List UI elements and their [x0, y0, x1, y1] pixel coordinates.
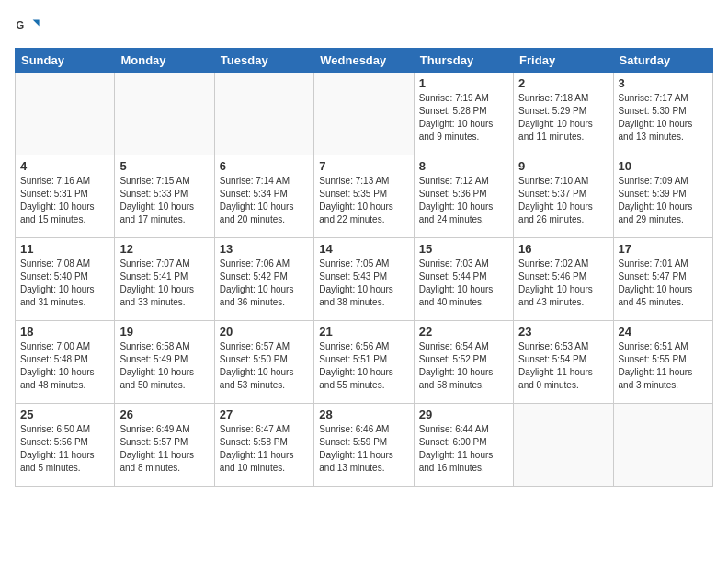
day-number: 14	[319, 242, 408, 256]
day-number: 27	[220, 408, 309, 421]
calendar-cell: 4Sunrise: 7:16 AMSunset: 5:31 PMDaylight…	[16, 155, 115, 238]
week-row-3: 11Sunrise: 7:08 AMSunset: 5:40 PMDayligh…	[16, 238, 713, 321]
day-number: 25	[20, 408, 109, 421]
day-info: Sunrise: 6:56 AMSunset: 5:51 PMDaylight:…	[319, 340, 408, 392]
day-number: 29	[419, 408, 508, 421]
calendar-cell: 28Sunrise: 6:46 AMSunset: 5:59 PMDayligh…	[314, 404, 414, 487]
day-info: Sunrise: 7:18 AMSunset: 5:29 PMDaylight:…	[518, 92, 608, 144]
day-number: 5	[119, 159, 209, 173]
calendar-cell: 1Sunrise: 7:19 AMSunset: 5:28 PMDaylight…	[414, 73, 513, 155]
day-number: 1	[419, 76, 508, 90]
calendar-cell	[514, 404, 613, 487]
day-number: 2	[518, 76, 608, 90]
week-row-4: 18Sunrise: 7:00 AMSunset: 5:48 PMDayligh…	[16, 321, 713, 404]
day-info: Sunrise: 6:44 AMSunset: 6:00 PMDaylight:…	[419, 423, 508, 475]
weekday-header-tuesday: Tuesday	[214, 49, 313, 73]
day-info: Sunrise: 7:03 AMSunset: 5:44 PMDaylight:…	[419, 258, 508, 309]
day-number: 8	[419, 159, 508, 173]
day-number: 22	[419, 325, 508, 339]
calendar-cell	[16, 73, 115, 155]
logo: G	[15, 15, 44, 40]
day-info: Sunrise: 6:53 AMSunset: 5:54 PMDaylight:…	[518, 340, 608, 392]
day-number: 7	[319, 159, 408, 173]
day-info: Sunrise: 7:02 AMSunset: 5:46 PMDaylight:…	[518, 258, 608, 309]
day-info: Sunrise: 7:10 AMSunset: 5:37 PMDaylight:…	[518, 175, 608, 226]
day-info: Sunrise: 7:01 AMSunset: 5:47 PMDaylight:…	[619, 258, 708, 309]
day-info: Sunrise: 6:46 AMSunset: 5:59 PMDaylight:…	[319, 423, 408, 475]
calendar-cell: 19Sunrise: 6:58 AMSunset: 5:49 PMDayligh…	[115, 321, 214, 404]
day-number: 3	[619, 76, 708, 90]
weekday-header-saturday: Saturday	[613, 49, 712, 73]
day-info: Sunrise: 6:50 AMSunset: 5:56 PMDaylight:…	[20, 423, 109, 475]
day-number: 9	[518, 159, 608, 173]
day-number: 21	[319, 325, 408, 339]
calendar-cell: 26Sunrise: 6:49 AMSunset: 5:57 PMDayligh…	[115, 404, 214, 487]
calendar-cell: 12Sunrise: 7:07 AMSunset: 5:41 PMDayligh…	[115, 238, 214, 321]
day-number: 28	[319, 408, 408, 421]
day-number: 13	[220, 242, 309, 256]
day-info: Sunrise: 7:05 AMSunset: 5:43 PMDaylight:…	[319, 258, 408, 309]
day-number: 12	[119, 242, 209, 256]
calendar-cell: 9Sunrise: 7:10 AMSunset: 5:37 PMDaylight…	[514, 155, 613, 238]
day-number: 17	[619, 242, 708, 256]
weekday-header-thursday: Thursday	[414, 49, 513, 73]
weekday-header-wednesday: Wednesday	[314, 49, 414, 73]
day-number: 4	[20, 159, 109, 173]
week-row-5: 25Sunrise: 6:50 AMSunset: 5:56 PMDayligh…	[16, 404, 713, 487]
calendar-cell: 29Sunrise: 6:44 AMSunset: 6:00 PMDayligh…	[414, 404, 513, 487]
day-info: Sunrise: 7:06 AMSunset: 5:42 PMDaylight:…	[220, 258, 309, 309]
week-row-2: 4Sunrise: 7:16 AMSunset: 5:31 PMDaylight…	[16, 155, 713, 238]
calendar-cell: 14Sunrise: 7:05 AMSunset: 5:43 PMDayligh…	[314, 238, 414, 321]
week-row-1: 1Sunrise: 7:19 AMSunset: 5:28 PMDaylight…	[16, 73, 713, 155]
day-info: Sunrise: 6:54 AMSunset: 5:52 PMDaylight:…	[419, 340, 508, 392]
calendar-cell: 25Sunrise: 6:50 AMSunset: 5:56 PMDayligh…	[16, 404, 115, 487]
weekday-header-row: SundayMondayTuesdayWednesdayThursdayFrid…	[16, 49, 713, 73]
weekday-header-sunday: Sunday	[16, 49, 115, 73]
day-info: Sunrise: 7:07 AMSunset: 5:41 PMDaylight:…	[119, 258, 209, 309]
calendar-cell	[115, 73, 214, 155]
day-number: 18	[20, 325, 109, 339]
calendar-cell: 16Sunrise: 7:02 AMSunset: 5:46 PMDayligh…	[514, 238, 613, 321]
calendar-cell: 5Sunrise: 7:15 AMSunset: 5:33 PMDaylight…	[115, 155, 214, 238]
day-info: Sunrise: 6:57 AMSunset: 5:50 PMDaylight:…	[220, 340, 309, 392]
calendar-cell: 13Sunrise: 7:06 AMSunset: 5:42 PMDayligh…	[214, 238, 313, 321]
day-info: Sunrise: 7:00 AMSunset: 5:48 PMDaylight:…	[20, 340, 109, 392]
calendar-table: SundayMondayTuesdayWednesdayThursdayFrid…	[15, 48, 713, 487]
calendar-cell: 18Sunrise: 7:00 AMSunset: 5:48 PMDayligh…	[16, 321, 115, 404]
calendar-cell	[314, 73, 414, 155]
day-info: Sunrise: 7:16 AMSunset: 5:31 PMDaylight:…	[20, 175, 109, 226]
day-info: Sunrise: 7:13 AMSunset: 5:35 PMDaylight:…	[319, 175, 408, 226]
day-number: 6	[220, 159, 309, 173]
day-number: 23	[518, 325, 608, 339]
calendar-cell: 21Sunrise: 6:56 AMSunset: 5:51 PMDayligh…	[314, 321, 414, 404]
calendar-cell: 6Sunrise: 7:14 AMSunset: 5:34 PMDaylight…	[214, 155, 313, 238]
calendar-cell: 20Sunrise: 6:57 AMSunset: 5:50 PMDayligh…	[214, 321, 313, 404]
page-header: G	[15, 15, 713, 40]
day-info: Sunrise: 7:19 AMSunset: 5:28 PMDaylight:…	[419, 92, 508, 144]
calendar-cell: 10Sunrise: 7:09 AMSunset: 5:39 PMDayligh…	[613, 155, 712, 238]
calendar-cell: 22Sunrise: 6:54 AMSunset: 5:52 PMDayligh…	[414, 321, 513, 404]
calendar-cell: 24Sunrise: 6:51 AMSunset: 5:55 PMDayligh…	[613, 321, 712, 404]
day-info: Sunrise: 6:51 AMSunset: 5:55 PMDaylight:…	[619, 340, 708, 392]
day-number: 10	[619, 159, 708, 173]
calendar-cell: 8Sunrise: 7:12 AMSunset: 5:36 PMDaylight…	[414, 155, 513, 238]
calendar-cell: 3Sunrise: 7:17 AMSunset: 5:30 PMDaylight…	[613, 73, 712, 155]
day-info: Sunrise: 7:17 AMSunset: 5:30 PMDaylight:…	[619, 92, 708, 144]
calendar-cell: 11Sunrise: 7:08 AMSunset: 5:40 PMDayligh…	[16, 238, 115, 321]
weekday-header-friday: Friday	[514, 49, 613, 73]
calendar-cell: 23Sunrise: 6:53 AMSunset: 5:54 PMDayligh…	[514, 321, 613, 404]
weekday-header-monday: Monday	[115, 49, 214, 73]
day-info: Sunrise: 7:15 AMSunset: 5:33 PMDaylight:…	[119, 175, 209, 226]
calendar-cell: 7Sunrise: 7:13 AMSunset: 5:35 PMDaylight…	[314, 155, 414, 238]
calendar-cell: 15Sunrise: 7:03 AMSunset: 5:44 PMDayligh…	[414, 238, 513, 321]
day-number: 19	[119, 325, 209, 339]
day-info: Sunrise: 7:08 AMSunset: 5:40 PMDaylight:…	[20, 258, 109, 309]
calendar-cell	[613, 404, 712, 487]
logo-icon: G	[15, 15, 40, 40]
day-number: 20	[220, 325, 309, 339]
day-info: Sunrise: 6:49 AMSunset: 5:57 PMDaylight:…	[119, 423, 209, 475]
day-number: 15	[419, 242, 508, 256]
svg-text:G: G	[16, 19, 24, 30]
day-info: Sunrise: 7:09 AMSunset: 5:39 PMDaylight:…	[619, 175, 708, 226]
svg-marker-1	[33, 20, 40, 27]
